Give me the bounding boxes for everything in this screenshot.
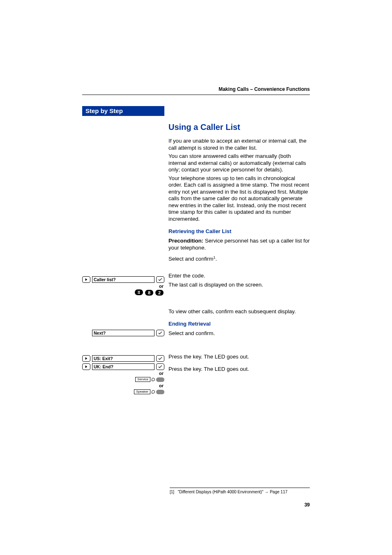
hw-key-service-label: Service — [135, 377, 150, 382]
hw-key-button-icon — [156, 377, 164, 382]
page-number: 39 — [304, 502, 310, 508]
svg-marker-0 — [85, 278, 88, 281]
content-area: Step by Step Caller list? or — [82, 106, 310, 395]
key-2: 2 — [155, 290, 164, 296]
footnote-number: [1] — [170, 490, 174, 494]
intro-paragraph-2: You can store answered calls either manu… — [168, 153, 310, 173]
or-label: or — [82, 383, 164, 388]
main-content: Using a Caller List If you are unable to… — [164, 106, 310, 395]
hw-key-button-icon — [156, 390, 164, 394]
footnote-text: "Different Displays (HiPath 4000 Environ… — [178, 490, 264, 494]
arrow-icon: → — [265, 490, 269, 494]
prompt-label: Caller list? — [92, 276, 154, 283]
spacer — [168, 293, 310, 308]
key-hash — [135, 289, 143, 295]
check-icon — [156, 355, 164, 362]
prompt-label: UK: End? — [92, 363, 154, 370]
spacer — [168, 267, 310, 273]
header-breadcrumb: Making Calls – Convenience Functions — [219, 86, 310, 92]
sidebar: Step by Step Caller list? or — [82, 106, 164, 395]
prompt-exit-uk: UK: End? — [82, 363, 164, 370]
check-icon — [156, 276, 164, 283]
instruction-last-call: The last call is displayed on the screen… — [168, 282, 310, 289]
sidebar-stack: Caller list? or 8 2 — [82, 116, 164, 395]
instr-text: Select and confirm — [168, 256, 213, 262]
hw-key-speaker-label: Speaker — [134, 389, 150, 394]
or-label: or — [82, 370, 164, 376]
footnote-page-ref: Page 117 — [270, 490, 288, 494]
prompt-next: Next? — [82, 329, 164, 337]
footnote-marker: 1 — [213, 255, 215, 259]
section-title: Using a Caller List — [168, 123, 310, 132]
svg-marker-2 — [85, 365, 88, 368]
precondition: Precondition: Service personnel has set … — [168, 238, 310, 251]
code-keys-row: 8 2 — [82, 289, 164, 296]
step-by-step-banner: Step by Step — [82, 106, 164, 116]
nav-arrow-icon — [82, 355, 90, 362]
intro-paragraph-3: Your telephone stores up to ten calls in… — [168, 175, 310, 223]
instruction-enter-code: Enter the code. — [168, 273, 310, 280]
spacer — [82, 116, 164, 275]
or-label: or — [82, 283, 164, 289]
prompt-label: Next? — [92, 330, 154, 336]
subheading-retrieving: Retrieving the Caller List — [168, 228, 310, 234]
precondition-label: Precondition: — [168, 238, 203, 244]
header-rule — [82, 95, 310, 95]
instruction-view-other: To view other calls, confirm each subseq… — [168, 308, 310, 315]
svg-marker-1 — [85, 357, 88, 360]
prompt-caller-list: Caller list? — [82, 276, 164, 283]
prompt-exit-us: US: Exit? — [82, 355, 164, 362]
prompt-label: US: Exit? — [92, 355, 154, 362]
nav-arrow-icon — [82, 363, 90, 370]
check-icon — [156, 330, 164, 336]
subheading-ending: Ending Retrieval — [168, 321, 310, 327]
hw-key-speaker-row: Speaker — [82, 388, 164, 395]
hw-key-service-row: Service — [82, 376, 164, 383]
led-icon — [152, 390, 155, 393]
nav-arrow-icon — [82, 276, 90, 283]
check-icon — [156, 363, 164, 370]
led-icon — [152, 378, 155, 381]
instruction-select-confirm: Select and confirm1. — [168, 255, 310, 263]
page-container: Making Calls – Convenience Functions Ste… — [0, 0, 392, 555]
spacer — [82, 337, 164, 354]
instruction-press-key-2: Press the key. The LED goes out. — [168, 366, 310, 373]
footnote: [1] "Different Displays (HiPath 4000 Env… — [170, 488, 310, 494]
instruction-select-confirm-2: Select and confirm. — [168, 330, 310, 337]
spacer — [168, 341, 310, 354]
spacer — [82, 296, 164, 328]
key-8: 8 — [145, 290, 153, 296]
instruction-press-key-1: Press the key. The LED goes out. — [168, 354, 310, 361]
intro-paragraph-1: If you are unable to accept an external … — [168, 138, 310, 151]
